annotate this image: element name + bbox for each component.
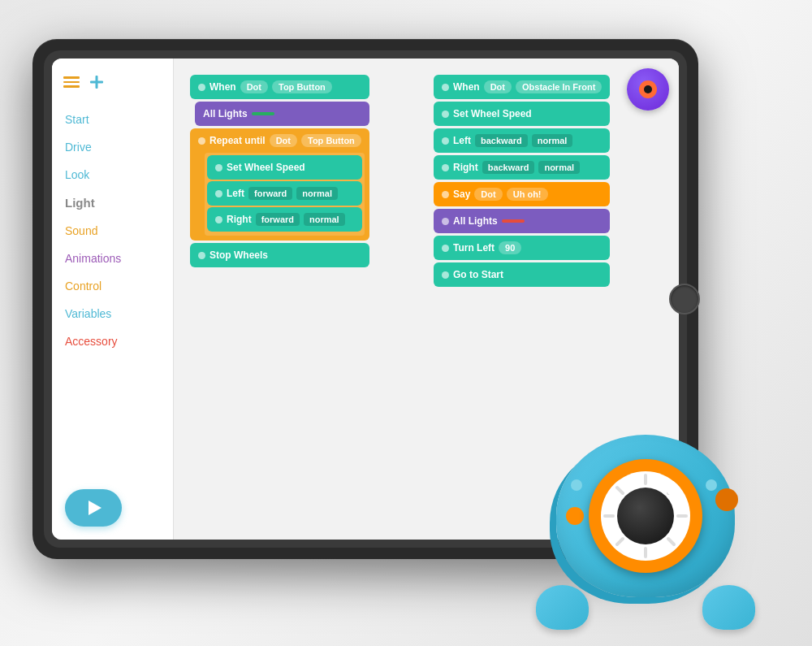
- top-button-pill[interactable]: Top Button: [272, 80, 332, 93]
- normal-pill-4[interactable]: normal: [538, 161, 580, 174]
- right-forward-block[interactable]: Right forward normal: [207, 207, 362, 232]
- robot-body: [556, 435, 735, 597]
- normal-pill-3[interactable]: normal: [532, 134, 573, 147]
- play-button[interactable]: [65, 489, 122, 527]
- connector-dot-7: [442, 84, 449, 91]
- robot-eye-ring: [589, 459, 702, 573]
- sidebar-item-drive[interactable]: Drive: [52, 133, 173, 161]
- red-color-pill[interactable]: [502, 219, 525, 223]
- sidebar-header: [52, 65, 173, 102]
- connector-dot-12: [442, 218, 449, 225]
- all-lights-label-2: All Lights: [453, 215, 498, 227]
- robot-foot-right: [702, 585, 755, 630]
- go-to-start-label: Go to Start: [453, 269, 503, 280]
- robot-foot-left: [536, 585, 589, 630]
- connector-dot-14: [442, 271, 449, 279]
- sidebar-item-accessory[interactable]: Accessory: [52, 327, 173, 355]
- sidebar-item-light[interactable]: Light: [52, 189, 173, 217]
- left-label-1: Left: [227, 188, 244, 199]
- robot-eye-white: [601, 471, 690, 561]
- repeat-until-block[interactable]: Repeat until Dot Top Button Set Wheel Sp…: [190, 128, 369, 241]
- left-label-2: Left: [453, 135, 471, 146]
- forward-pill-1[interactable]: forward: [248, 187, 292, 200]
- sidebar-item-variables[interactable]: Variables: [52, 300, 173, 327]
- robot-ear-right: [715, 488, 738, 511]
- turn-left-label: Turn Left: [453, 242, 495, 254]
- sidebar-item-look[interactable]: Look: [52, 161, 173, 189]
- backward-pill-1[interactable]: backward: [475, 134, 528, 147]
- sidebar-item-sound[interactable]: Sound: [52, 217, 173, 245]
- repeat-header: Repeat until Dot Top Button: [190, 128, 369, 153]
- when-block-1[interactable]: When Dot Top Button: [190, 75, 369, 99]
- right-backward-block[interactable]: Right backward normal: [434, 155, 610, 180]
- svg-line-7: [617, 488, 623, 493]
- stop-wheels-label: Stop Wheels: [209, 249, 268, 261]
- say-block[interactable]: Say Dot Uh oh!: [434, 182, 610, 206]
- say-label: Say: [453, 189, 470, 200]
- connector-dot-5: [215, 216, 222, 223]
- connector-dot-8: [442, 111, 449, 118]
- turn-left-block[interactable]: Turn Left 90: [434, 236, 610, 260]
- hamburger-icon[interactable]: [63, 76, 80, 88]
- normal-pill-1[interactable]: normal: [296, 187, 338, 200]
- svg-line-5: [617, 539, 623, 544]
- go-to-start-block[interactable]: Go to Start: [434, 262, 610, 287]
- all-lights-label: All Lights: [203, 108, 248, 119]
- scene: Start Drive Look Light Sound Animations …: [0, 0, 812, 646]
- connector-dot-10: [442, 164, 449, 171]
- svg-line-3: [668, 539, 674, 544]
- ninety-pill[interactable]: 90: [499, 241, 521, 254]
- all-lights-block-1[interactable]: All Lights: [195, 102, 369, 126]
- set-wheel-speed-block-1[interactable]: Set Wheel Speed: [207, 155, 362, 180]
- when-label-2: When: [453, 81, 480, 93]
- robot-ear-left: [566, 507, 584, 525]
- sidebar-item-control[interactable]: Control: [52, 272, 173, 300]
- connector-dot-3: [215, 164, 222, 171]
- play-icon: [89, 501, 102, 515]
- dot-robot: [495, 321, 796, 646]
- obstacle-pill[interactable]: Obstacle In Front: [516, 80, 602, 93]
- all-lights-block-2[interactable]: All Lights: [434, 209, 610, 233]
- connector-dot-11: [442, 191, 449, 198]
- dot-pill-3[interactable]: Dot: [484, 80, 512, 93]
- left-forward-block[interactable]: Left forward normal: [207, 181, 362, 206]
- right-label-1: Right: [227, 214, 252, 225]
- backward-pill-2[interactable]: backward: [482, 161, 535, 174]
- connector-dot-6: [198, 252, 205, 259]
- sidebar-item-animations[interactable]: Animations: [52, 245, 173, 272]
- left-backward-block[interactable]: Left backward normal: [434, 128, 610, 153]
- home-button[interactable]: [669, 284, 700, 314]
- connector-dot-13: [442, 245, 449, 252]
- connector-dot-4: [215, 190, 222, 197]
- when-block-2[interactable]: When Dot Obstacle In Front: [434, 75, 610, 99]
- connector-dot: [198, 84, 205, 91]
- forward-pill-2[interactable]: forward: [256, 213, 300, 226]
- green-color-pill[interactable]: [252, 112, 274, 115]
- add-icon[interactable]: [88, 73, 106, 91]
- sidebar-footer: [52, 476, 173, 540]
- block-group-left: When Dot Top Button All Lights: [190, 75, 369, 270]
- uhoh-pill[interactable]: Uh oh!: [507, 188, 548, 201]
- eye-highlight: [666, 481, 680, 496]
- set-wheel-label-2: Set Wheel Speed: [453, 108, 532, 119]
- stop-wheels-block[interactable]: Stop Wheels: [190, 243, 369, 267]
- block-group-right: When Dot Obstacle In Front Set Wheel Spe…: [434, 75, 610, 289]
- robot-bump-right: [706, 479, 717, 491]
- repeat-body: Set Wheel Speed Left forward normal: [205, 153, 365, 236]
- sidebar: Start Drive Look Light Sound Animations …: [52, 59, 174, 540]
- robot-bump-left: [571, 479, 582, 491]
- dot-pill-1[interactable]: Dot: [240, 80, 268, 93]
- sidebar-nav: Start Drive Look Light Sound Animations …: [52, 102, 173, 358]
- normal-pill-2[interactable]: normal: [304, 213, 345, 226]
- top-button-pill-2[interactable]: Top Button: [301, 134, 361, 147]
- sidebar-item-start[interactable]: Start: [52, 106, 173, 133]
- set-wheel-speed-block-2[interactable]: Set Wheel Speed: [434, 102, 610, 126]
- connector-dot-2: [198, 137, 205, 145]
- dot-pill-2[interactable]: Dot: [270, 134, 297, 147]
- connector-dot-9: [442, 137, 449, 145]
- repeat-label: Repeat until: [209, 135, 266, 146]
- when-label: When: [209, 81, 236, 93]
- right-label-2: Right: [453, 162, 478, 173]
- set-wheel-label-1: Set Wheel Speed: [227, 162, 305, 173]
- dot-pill-4[interactable]: Dot: [474, 188, 502, 201]
